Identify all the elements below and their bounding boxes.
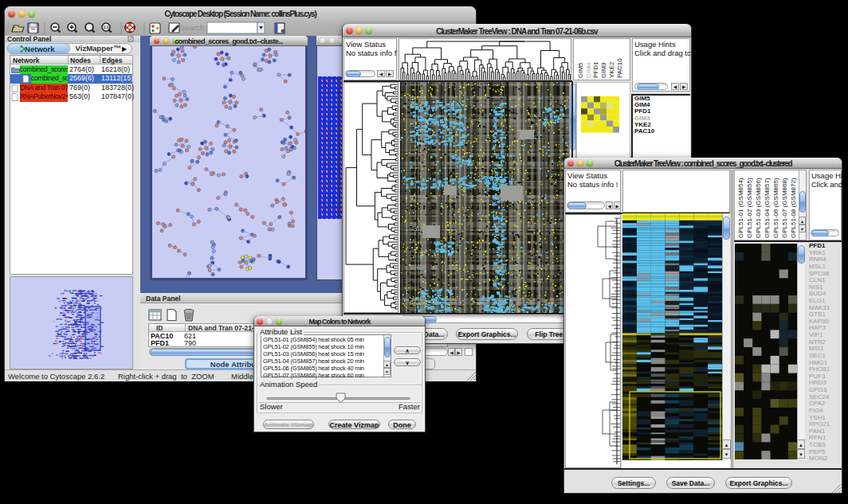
svg-text:Search:: Search:	[180, 23, 206, 32]
svg-text:1:1: 1:1	[103, 25, 108, 29]
